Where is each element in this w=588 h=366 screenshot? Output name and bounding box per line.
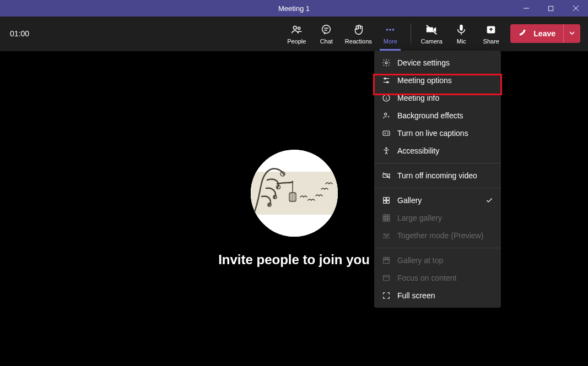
svg-point-37	[386, 148, 387, 149]
leave-split-button: Leave	[510, 24, 580, 43]
chevron-down-icon	[569, 29, 575, 39]
svg-rect-49	[388, 217, 390, 218]
svg-rect-51	[385, 220, 387, 221]
menu-separator	[374, 248, 501, 248]
svg-rect-48	[385, 217, 387, 218]
check-icon	[485, 196, 493, 204]
meeting-toolbar: 01:00 People Chat Reactions	[0, 17, 588, 51]
svg-rect-41	[387, 198, 390, 200]
meeting-timer: 01:00	[10, 29, 29, 38]
svg-rect-47	[383, 217, 385, 218]
menu-gallery[interactable]: Gallery	[374, 192, 501, 209]
video-off-icon	[382, 171, 391, 180]
share-button[interactable]: Share	[476, 18, 506, 49]
leave-button[interactable]: Leave	[510, 24, 563, 43]
title-bar: Meeting 1	[0, 0, 588, 17]
camera-off-icon	[425, 23, 438, 36]
menu-label: Focus on content	[397, 274, 493, 282]
reactions-button[interactable]: Reactions	[341, 18, 375, 49]
menu-accessibility[interactable]: Accessibility	[374, 142, 501, 160]
toolbar-center-group: People Chat Reactions More	[282, 17, 506, 51]
menu-gallery-at-top: Gallery at top	[374, 252, 501, 269]
menu-turn-off-incoming-video[interactable]: Turn off incoming video	[374, 167, 501, 184]
share-label: Share	[483, 38, 499, 45]
menu-label: Turn off incoming video	[397, 171, 493, 180]
mic-button[interactable]: Mic	[446, 18, 476, 49]
more-label: More	[384, 38, 397, 45]
toolbar-separator	[411, 23, 411, 44]
menu-label: Gallery at top	[397, 256, 493, 265]
gear-icon	[382, 58, 391, 67]
leave-options-button[interactable]	[563, 24, 580, 43]
svg-rect-36	[383, 131, 390, 135]
menu-label: Large gallery	[397, 214, 493, 222]
chat-icon	[320, 23, 333, 36]
svg-point-54	[387, 234, 389, 236]
menu-live-captions[interactable]: Turn on live captions	[374, 124, 501, 142]
more-button[interactable]: More	[375, 18, 405, 49]
svg-rect-45	[385, 215, 387, 216]
share-icon	[484, 23, 498, 36]
menu-label: Turn on live captions	[397, 129, 493, 138]
svg-point-4	[294, 26, 297, 29]
mic-icon	[455, 23, 468, 36]
svg-point-5	[298, 27, 300, 29]
menu-label: Gallery	[397, 196, 479, 205]
camera-button[interactable]: Camera	[417, 18, 446, 49]
leave-label: Leave	[533, 29, 555, 38]
svg-rect-58	[388, 258, 390, 259]
menu-full-screen[interactable]: Full screen	[374, 287, 501, 304]
invite-heading: Invite people to join you	[218, 252, 370, 267]
svg-rect-42	[384, 201, 386, 204]
menu-label: Device settings	[397, 58, 493, 67]
svg-rect-40	[384, 198, 386, 200]
cc-icon	[382, 129, 391, 138]
participant-avatar	[251, 150, 338, 237]
menu-label: Together mode (Preview)	[397, 231, 493, 240]
svg-rect-44	[383, 215, 385, 216]
fullscreen-icon	[382, 291, 391, 300]
menu-device-settings[interactable]: Device settings	[374, 54, 501, 72]
mic-label: Mic	[457, 38, 466, 45]
reactions-label: Reactions	[345, 38, 372, 45]
sliders-icon	[382, 76, 391, 85]
svg-point-10	[389, 29, 391, 31]
svg-point-6	[322, 25, 331, 33]
people-button[interactable]: People	[282, 18, 311, 49]
camera-label: Camera	[421, 38, 443, 45]
chat-button[interactable]: Chat	[311, 18, 341, 49]
svg-rect-43	[387, 201, 390, 204]
svg-point-11	[392, 29, 395, 31]
menu-label: Background effects	[397, 111, 493, 120]
focus-content-icon	[382, 274, 391, 282]
menu-label: Full screen	[397, 291, 493, 300]
app-window: Meeting 1 01:00 People	[0, 0, 588, 366]
svg-rect-59	[384, 260, 390, 263]
svg-rect-60	[384, 275, 390, 280]
svg-point-27	[385, 62, 387, 64]
people-label: People	[287, 38, 306, 45]
menu-background-effects[interactable]: Background effects	[374, 107, 501, 124]
menu-large-gallery: Large gallery	[374, 209, 501, 227]
window-title: Meeting 1	[0, 4, 588, 13]
large-grid-icon	[382, 214, 391, 222]
reactions-icon	[352, 23, 365, 36]
menu-label: Meeting options	[397, 76, 493, 85]
more-icon	[384, 23, 397, 36]
menu-meeting-options[interactable]: Meeting options	[374, 72, 501, 89]
hangup-icon	[518, 28, 529, 39]
svg-point-34	[386, 96, 386, 96]
gallery-top-icon	[382, 256, 391, 265]
more-menu: Device settings Meeting options Meeting …	[374, 51, 501, 308]
svg-rect-13	[460, 24, 463, 30]
svg-point-35	[385, 113, 387, 115]
menu-meeting-info[interactable]: Meeting info	[374, 89, 501, 107]
person-sparkle-icon	[382, 111, 391, 120]
menu-label: Meeting info	[397, 94, 493, 102]
svg-point-55	[386, 235, 387, 237]
menu-focus-on-content: Focus on content	[374, 269, 501, 287]
svg-rect-57	[386, 258, 387, 259]
svg-rect-56	[384, 258, 385, 259]
avatar-art	[251, 150, 338, 237]
menu-label: Accessibility	[397, 146, 493, 155]
